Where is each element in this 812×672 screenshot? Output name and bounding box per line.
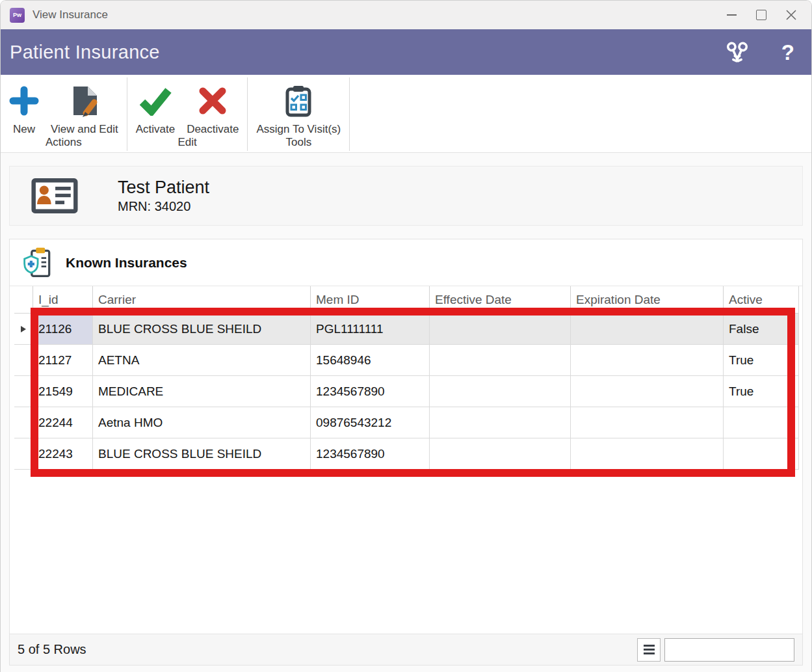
insurance-shield-clipboard-icon xyxy=(21,245,55,280)
minimize-icon xyxy=(727,14,737,16)
cell-i-id[interactable]: 22243 xyxy=(33,438,92,469)
patient-mrn: MRN: 34020 xyxy=(118,199,209,214)
row-selector-cell[interactable] xyxy=(14,407,33,438)
activate-button[interactable]: Activate xyxy=(130,83,181,136)
cell-mem-id[interactable]: 1234567890 xyxy=(310,376,429,407)
cell-expiration-date[interactable] xyxy=(570,345,723,375)
grid-empty-area xyxy=(10,470,802,634)
table-row[interactable]: 21127 AETNA 15648946 True xyxy=(14,345,799,376)
keys-icon[interactable] xyxy=(723,38,752,66)
known-insurances-panel: Known Insurances I_id Carrier Mem ID Eff… xyxy=(9,239,803,665)
cell-expiration-date[interactable] xyxy=(570,376,723,407)
new-button-label: New xyxy=(13,123,35,136)
patient-name: Test Patient xyxy=(118,178,209,198)
cell-i-id[interactable]: 21126 xyxy=(33,314,92,344)
cell-i-id[interactable]: 22244 xyxy=(33,407,92,438)
known-insurances-header: Known Insurances xyxy=(10,239,802,286)
cell-i-id[interactable]: 21549 xyxy=(33,376,92,407)
new-button[interactable]: New xyxy=(3,83,45,136)
titlebar: Pw View Insurance xyxy=(1,1,811,29)
cell-effective-date[interactable] xyxy=(429,438,570,469)
toolbar-group-label-tools: Tools xyxy=(250,136,347,154)
x-icon xyxy=(198,83,228,119)
grid-menu-button[interactable] xyxy=(637,638,661,662)
maximize-icon xyxy=(756,10,766,20)
toolbar-group-edit: Activate Deactivate Edit xyxy=(127,75,248,152)
window-controls xyxy=(716,2,806,28)
help-button[interactable]: ? xyxy=(781,42,794,63)
current-row-arrow-icon xyxy=(21,326,26,332)
cell-carrier[interactable]: Aetna HMO xyxy=(92,407,310,438)
table-row[interactable]: 22243 BLUE CROSS BLUE SHEILD 1234567890 xyxy=(14,438,799,470)
cell-carrier[interactable]: BLUE CROSS BLUE SHEILD xyxy=(92,438,310,469)
cell-mem-id[interactable]: 1234567890 xyxy=(310,438,429,469)
cell-active[interactable]: True xyxy=(723,376,798,407)
page-header: Patient Insurance ? xyxy=(1,29,811,75)
table-row[interactable]: 21126 BLUE CROSS BLUE SHEILD PGL1111111 … xyxy=(14,314,799,345)
deactivate-button[interactable]: Deactivate xyxy=(181,83,244,136)
cell-mem-id[interactable]: 15648946 xyxy=(310,345,429,375)
deactivate-button-label: Deactivate xyxy=(187,123,239,136)
cell-active[interactable] xyxy=(723,407,798,438)
cell-mem-id[interactable]: PGL1111111 xyxy=(310,314,429,344)
grid-footer: 5 of 5 Rows xyxy=(10,634,802,665)
cell-expiration-date[interactable] xyxy=(570,407,723,438)
close-icon xyxy=(785,8,798,21)
cell-active[interactable] xyxy=(723,438,798,469)
column-header-effective-date[interactable]: Effective Date xyxy=(429,286,570,313)
cell-effective-date[interactable] xyxy=(429,345,570,375)
minimize-button[interactable] xyxy=(716,2,746,28)
row-selector-cell[interactable] xyxy=(14,376,33,407)
cell-mem-id[interactable]: 09876543212 xyxy=(310,407,429,438)
assign-to-visits-button-label: Assign To Visit(s) xyxy=(256,123,341,136)
activate-button-label: Activate xyxy=(136,123,175,136)
toolbar-separator xyxy=(349,77,350,151)
cell-effective-date[interactable] xyxy=(429,314,570,344)
column-header-carrier[interactable]: Carrier xyxy=(92,286,310,313)
row-selector-header xyxy=(14,286,33,313)
search-box xyxy=(664,638,794,662)
cell-i-id[interactable]: 21127 xyxy=(33,345,92,375)
cell-expiration-date[interactable] xyxy=(570,438,723,469)
cell-expiration-date[interactable] xyxy=(570,314,723,344)
close-button[interactable] xyxy=(776,2,806,28)
column-header-expiration-date[interactable]: Expiration Date xyxy=(570,286,723,313)
column-header-active[interactable]: Active xyxy=(723,286,798,313)
app-icon: Pw xyxy=(10,8,25,23)
cell-carrier[interactable]: BLUE CROSS BLUE SHEILD xyxy=(92,314,310,344)
table-row[interactable]: 21549 MEDICARE 1234567890 True xyxy=(14,376,799,407)
window-title: View Insurance xyxy=(33,8,108,21)
grid-header-row: I_id Carrier Mem ID Effective Date Expir… xyxy=(14,286,799,314)
toolbar: New View and Edit Actions xyxy=(1,75,811,153)
cell-effective-date[interactable] xyxy=(429,376,570,407)
check-icon xyxy=(138,83,173,119)
column-header-mem-id[interactable]: Mem ID xyxy=(310,286,429,313)
assign-to-visits-button[interactable]: Assign To Visit(s) xyxy=(250,83,347,136)
row-selector-cell[interactable] xyxy=(14,314,33,344)
view-insurance-window: Pw View Insurance Patient Insurance xyxy=(0,0,812,672)
patient-banner: Test Patient MRN: 34020 xyxy=(9,166,803,226)
toolbar-group-actions: New View and Edit Actions xyxy=(1,75,127,152)
edit-document-icon xyxy=(68,83,101,119)
cell-active[interactable]: True xyxy=(723,345,798,375)
hamburger-icon xyxy=(644,645,655,654)
plus-icon xyxy=(9,83,39,119)
table-row[interactable]: 22244 Aetna HMO 09876543212 xyxy=(14,407,799,438)
maximize-button[interactable] xyxy=(746,2,776,28)
toolbar-group-tools: Assign To Visit(s) Tools xyxy=(248,75,349,152)
cell-carrier[interactable]: AETNA xyxy=(92,345,310,375)
insurance-grid: I_id Carrier Mem ID Effective Date Expir… xyxy=(14,286,799,470)
cell-carrier[interactable]: MEDICARE xyxy=(92,376,310,407)
cell-active[interactable]: False xyxy=(723,314,798,344)
view-and-edit-button[interactable]: View and Edit xyxy=(45,83,124,136)
toolbar-group-label-edit: Edit xyxy=(130,136,245,154)
row-selector-cell[interactable] xyxy=(14,345,33,375)
cell-effective-date[interactable] xyxy=(429,407,570,438)
patient-id-card-icon xyxy=(31,178,79,214)
view-and-edit-button-label: View and Edit xyxy=(51,123,118,136)
search-input[interactable] xyxy=(669,639,803,661)
clipboard-checklist-icon xyxy=(283,83,313,119)
column-header-i-id[interactable]: I_id xyxy=(33,286,92,313)
row-selector-cell[interactable] xyxy=(14,438,33,469)
toolbar-group-label-actions: Actions xyxy=(3,136,124,154)
